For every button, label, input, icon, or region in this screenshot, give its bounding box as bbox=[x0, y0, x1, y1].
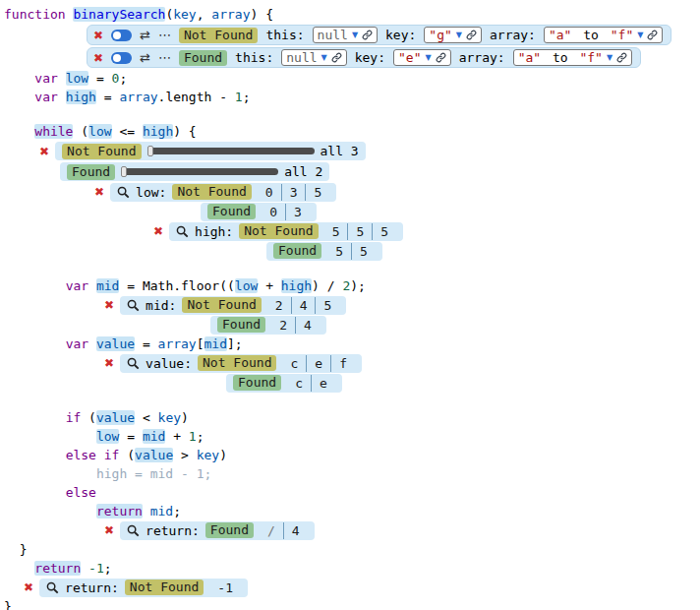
code-token: ) / bbox=[312, 278, 342, 293]
link-icon[interactable] bbox=[436, 52, 446, 63]
code-token: ( bbox=[73, 124, 88, 139]
swap-arrows-icon[interactable]: ⇄ bbox=[140, 51, 150, 64]
instrumented-code-token[interactable]: low bbox=[66, 71, 88, 86]
dropdown-value: "f" bbox=[611, 28, 633, 42]
code-token: array bbox=[211, 7, 250, 22]
code-line: low = mid + 1; bbox=[4, 427, 700, 446]
code-token: else bbox=[66, 485, 96, 500]
magnifier-icon[interactable] bbox=[127, 357, 140, 370]
example-enabled-toggle[interactable] bbox=[111, 30, 132, 41]
link-icon[interactable] bbox=[331, 52, 342, 63]
instrumented-code-token[interactable]: value bbox=[96, 336, 135, 351]
example-value-dropdown[interactable]: null▼ bbox=[313, 27, 378, 43]
instrumented-code-token[interactable]: high bbox=[281, 278, 312, 293]
dropdown-caret-icon: ▼ bbox=[352, 30, 358, 39]
example-value-dropdown[interactable]: "a" to "f"▼ bbox=[513, 49, 632, 66]
dropdown-value: "e" bbox=[398, 50, 421, 65]
probe-value: c bbox=[287, 375, 311, 392]
example-name-badge[interactable]: Found bbox=[179, 50, 227, 66]
magnifier-icon[interactable] bbox=[127, 299, 140, 312]
instrumented-code-token[interactable]: high bbox=[143, 124, 173, 139]
code-line: high = mid - 1; bbox=[4, 464, 700, 483]
example-row: ✖⇄⋯Foundthis:null▼key:"e"▼array:"a" to "… bbox=[87, 46, 700, 69]
link-icon[interactable] bbox=[362, 30, 373, 40]
example-widget: ✖⇄⋯Not Foundthis:null▼key:"g"▼array:"a" … bbox=[87, 25, 671, 45]
link-icon[interactable] bbox=[466, 30, 477, 40]
probe-value: 5 bbox=[324, 223, 348, 240]
instrumented-code-token[interactable]: mid bbox=[204, 336, 227, 351]
instrumented-code-token[interactable]: high bbox=[66, 90, 96, 104]
example-value-dropdown[interactable]: null▼ bbox=[281, 49, 346, 66]
instrumented-code-token[interactable]: value bbox=[96, 410, 135, 425]
code-token: array bbox=[119, 90, 157, 104]
remove-probe-button[interactable]: ✖ bbox=[153, 225, 163, 237]
instrumented-code-token[interactable]: low bbox=[88, 124, 111, 139]
slider-handle[interactable] bbox=[147, 146, 153, 156]
magnifier-icon[interactable] bbox=[127, 524, 140, 537]
code-token: } bbox=[4, 542, 27, 557]
code-token: ; bbox=[104, 561, 112, 576]
instrumented-code-token[interactable]: return bbox=[34, 561, 81, 576]
example-name-badge: Not Found bbox=[125, 580, 204, 595]
code-token: ); bbox=[350, 278, 366, 293]
probe-value: 4 bbox=[283, 522, 308, 539]
iteration-slider[interactable] bbox=[121, 168, 278, 175]
iteration-count-label[interactable]: all 2 bbox=[284, 164, 322, 179]
slider-handle[interactable] bbox=[121, 166, 127, 177]
example-value-dropdown[interactable]: "e"▼ bbox=[393, 49, 451, 66]
slider-row: Foundall 2 bbox=[60, 161, 700, 182]
remove-probe-button[interactable]: ✖ bbox=[94, 186, 104, 198]
instrumented-code-token[interactable]: low bbox=[235, 278, 258, 293]
code-token: [ bbox=[197, 336, 204, 351]
code-token bbox=[4, 561, 34, 576]
remove-probe-button[interactable]: ✖ bbox=[104, 357, 114, 369]
example-widget: ✖⇄⋯Foundthis:null▼key:"e"▼array:"a" to "… bbox=[87, 47, 641, 68]
remove-example-button[interactable]: ✖ bbox=[93, 30, 103, 41]
magnifier-icon[interactable] bbox=[46, 581, 59, 594]
instrumented-code-token[interactable]: low bbox=[96, 429, 119, 444]
probe-widget: return:Not Found-1 bbox=[39, 579, 248, 597]
probe-value: / bbox=[260, 522, 283, 539]
more-options-icon[interactable]: ⋯ bbox=[158, 29, 171, 41]
code-token: Math.floor(( bbox=[143, 278, 235, 293]
example-name-badge: Found bbox=[205, 522, 254, 538]
iteration-slider[interactable] bbox=[147, 148, 315, 154]
code-line: return -1; bbox=[4, 559, 700, 578]
code-line: else if (value > key) bbox=[4, 446, 700, 464]
more-options-icon[interactable]: ⋯ bbox=[158, 51, 171, 64]
example-name-badge: Not Found bbox=[239, 223, 318, 239]
probe-row: ✖return:Found/4 bbox=[104, 520, 700, 540]
example-enabled-toggle[interactable] bbox=[111, 52, 132, 64]
magnifier-icon[interactable] bbox=[117, 186, 130, 199]
instrumented-code-token[interactable]: mid bbox=[96, 278, 119, 293]
code-token: var bbox=[34, 71, 65, 86]
remove-probe-button[interactable]: ✖ bbox=[104, 299, 114, 311]
remove-probe-button[interactable]: ✖ bbox=[104, 524, 114, 536]
link-icon[interactable] bbox=[647, 30, 658, 40]
probe-label: mid: bbox=[146, 298, 176, 313]
example-value-dropdown[interactable]: "a" to "f"▼ bbox=[544, 27, 663, 43]
remove-slider-button[interactable]: ✖ bbox=[39, 146, 49, 157]
remove-probe-button[interactable]: ✖ bbox=[24, 581, 33, 593]
instrumented-code-token[interactable]: while bbox=[34, 124, 73, 139]
instrumented-code-token[interactable]: mid bbox=[143, 429, 165, 444]
swap-arrows-icon[interactable]: ⇄ bbox=[140, 29, 150, 41]
example-name-badge[interactable]: Not Found bbox=[179, 28, 258, 43]
code-token: -1 bbox=[88, 561, 104, 576]
magnifier-icon[interactable] bbox=[176, 225, 189, 238]
example-name-badge: Found bbox=[67, 164, 115, 180]
probe-widget: Found24 bbox=[210, 316, 326, 335]
probe-value: 0 bbox=[258, 184, 281, 201]
link-icon[interactable] bbox=[616, 52, 627, 63]
instrumented-code-token[interactable]: binarySearch bbox=[73, 7, 165, 22]
probe-label: return: bbox=[65, 580, 119, 595]
example-value-dropdown[interactable]: "g"▼ bbox=[424, 27, 482, 43]
code-line: if (value < key) bbox=[4, 408, 700, 427]
iteration-count-label[interactable]: all 3 bbox=[321, 144, 359, 158]
remove-example-button[interactable]: ✖ bbox=[93, 52, 103, 64]
dropdown-caret-icon: ▼ bbox=[426, 53, 432, 62]
code-token: key bbox=[158, 410, 181, 425]
instrumented-code-token[interactable]: value bbox=[135, 448, 173, 462]
code-token: ) { bbox=[173, 124, 196, 139]
instrumented-code-token[interactable]: return bbox=[96, 504, 143, 518]
